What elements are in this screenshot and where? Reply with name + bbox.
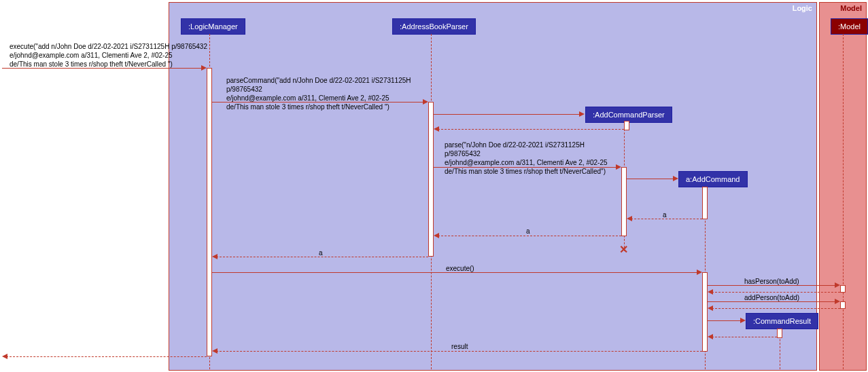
lifeline-model [843,34,844,369]
activation-commandresult [777,329,782,338]
participant-addressbookparser: :AddressBookParser [392,18,476,35]
msg-parsecommand: parseCommand("add n/John Doe d/22-02-202… [226,76,437,111]
activation-model-1 [840,285,846,293]
arrowhead-return-final [2,354,7,359]
arrow-exec1 [2,68,205,69]
arrowhead-return-a3 [212,254,218,259]
participant-commandresult: :CommandResult [746,313,818,329]
activation-logicmanager [207,68,212,356]
participant-model: :Model [831,18,868,35]
activation-model-2 [840,301,846,309]
arrowhead-return-hasperson [708,289,713,295]
msg-result: result [451,342,468,351]
arrow-parsecommand [212,102,427,103]
arrowhead-execute2 [697,269,702,275]
participant-addcommand: a:AddCommand [678,171,748,187]
arrow-return-hasperson [712,292,840,293]
arrowhead-return-cr [708,334,713,339]
arrowhead-return-a1 [627,216,632,221]
participant-logicmanager: :LogicManager [181,18,245,35]
arrowhead-return-a2 [434,233,439,238]
arrow-return-result [216,351,702,352]
activation-addcommandparser-2 [621,167,627,236]
arrow-return-a2 [438,236,621,236]
activation-addcommand-1 [702,187,708,219]
arrow-parse [434,167,620,168]
arrowhead-hasperson [835,282,840,288]
arrow-create-acp [434,114,583,115]
arrowhead-create-ac [673,176,678,181]
activation-addressbookparser [428,102,434,257]
arrowhead-parsecommand [423,99,428,105]
arrow-return-addperson [712,308,840,309]
arrowhead-exec1 [201,65,207,71]
arrow-return-cr [712,337,777,337]
arrow-return-final [6,356,207,357]
arrowhead-parse [616,164,621,170]
arrowhead-create-acp [579,111,585,117]
arrowhead-return-acp [434,126,439,132]
activation-addcommandparser-1 [624,121,629,130]
model-label: Model [840,4,862,12]
arrowhead-addperson [835,299,840,304]
arrow-return-a3 [216,257,428,257]
arrow-return-a1 [631,219,702,219]
msg-parse: parse("n/John Doe d/22-02-2021 i/S273112… [445,141,618,176]
arrow-create-cr [708,320,744,321]
activation-addcommand-2 [702,272,708,352]
arrow-addperson [708,301,838,302]
arrow-create-ac [627,179,677,179]
arrow-execute2 [212,272,700,273]
arrow-hasperson [708,285,838,286]
arrowhead-return-result [212,348,218,354]
arrowhead-return-addperson [708,305,713,311]
destroy-addcommandparser [619,243,628,256]
msg-execute-1: execute("add n/John Doe d/22-02-2021 i/S… [10,42,210,69]
msg-return-a-2: a [526,227,530,236]
logic-label: Logic [793,4,812,12]
arrow-return-acp [438,129,624,130]
arrowhead-create-cr [740,318,746,323]
